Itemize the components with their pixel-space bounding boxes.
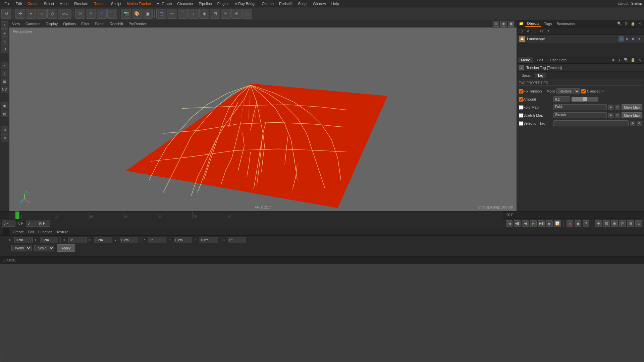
sidebar-tool1-btn[interactable]: ⊕ bbox=[1, 126, 8, 133]
search-icon2[interactable]: 🔍 bbox=[623, 57, 629, 63]
transport-question[interactable]: ? bbox=[583, 220, 589, 227]
amount-slider-track[interactable] bbox=[572, 97, 598, 102]
p-input[interactable] bbox=[148, 237, 166, 243]
cube-obj-btn[interactable]: ◻ bbox=[156, 9, 166, 19]
obj-icon-5[interactable]: ✦ bbox=[545, 28, 551, 34]
sz-input[interactable] bbox=[200, 237, 218, 243]
fold-map-field[interactable]: Folds bbox=[553, 104, 607, 110]
menu-select[interactable]: Select bbox=[42, 1, 57, 6]
rotate-tool-btn[interactable]: ↺ bbox=[1, 9, 11, 19]
region-render-btn[interactable]: ▣ bbox=[143, 9, 153, 19]
xyz-btn[interactable]: XYZ bbox=[58, 9, 71, 19]
transport-step-back[interactable]: ◀▮ bbox=[514, 220, 521, 227]
lock-icon2[interactable]: 🔒 bbox=[630, 57, 636, 63]
sel-tag-icon-btn1[interactable]: ⊕ bbox=[630, 121, 635, 126]
sidebar-rotate-btn[interactable]: ↺ bbox=[1, 46, 8, 53]
viewport-canvas[interactable]: Perspective Z X Y FPS: 22.7 Grid Spacing… bbox=[9, 27, 517, 211]
diamond-btn[interactable]: ◇ bbox=[47, 9, 57, 19]
move-tool-btn[interactable]: ✛ bbox=[15, 9, 25, 19]
amount-input[interactable]: 8.2 bbox=[553, 96, 570, 102]
transport-record2[interactable]: ⏺ bbox=[575, 220, 581, 227]
x-pos-input[interactable] bbox=[14, 237, 33, 243]
transport-to-end[interactable]: ⏭ bbox=[546, 220, 553, 227]
fwd-icon[interactable]: ▲ bbox=[616, 57, 623, 63]
transport-play[interactable]: ▶ bbox=[530, 220, 537, 227]
tag-icon-2[interactable]: ⊕ bbox=[625, 36, 630, 42]
viewport-tab-prorender[interactable]: ProRender bbox=[128, 22, 146, 26]
subtab-tag[interactable]: Tag bbox=[535, 73, 546, 78]
menu-window[interactable]: Window bbox=[311, 1, 328, 6]
transport-record[interactable]: ⏺ bbox=[567, 220, 573, 227]
fold-make-map-btn[interactable]: Make Map bbox=[622, 104, 642, 110]
add-btn[interactable]: + bbox=[26, 9, 36, 19]
menu-mograph[interactable]: MoGraph bbox=[154, 1, 174, 6]
spline-btn[interactable]: ⌒ bbox=[178, 9, 188, 19]
x-axis-btn[interactable]: ✕ bbox=[75, 9, 85, 19]
rp-file-icon[interactable]: 📁 bbox=[518, 21, 524, 27]
landscape-scene-item[interactable]: 🏔 Landscape T ⊕ ⊗ ≡ bbox=[517, 35, 644, 43]
menu-redshift[interactable]: Redshift bbox=[277, 1, 295, 6]
light-btn[interactable]: ☀ bbox=[231, 9, 241, 19]
viewport-ctrl-2[interactable]: ◉ bbox=[500, 21, 506, 27]
obj-icon-1[interactable]: ⬡ bbox=[518, 28, 524, 34]
menu-character[interactable]: Character bbox=[175, 1, 196, 6]
deform-btn[interactable]: ↕ bbox=[189, 9, 199, 19]
menu-sculpt[interactable]: Sculpt bbox=[109, 1, 124, 6]
sel-tag-icon-btn2[interactable]: ↺ bbox=[637, 121, 642, 126]
transport-extra3[interactable]: ◉ bbox=[611, 220, 618, 227]
bottom-create-tab[interactable]: Create bbox=[13, 230, 24, 234]
y-pos-input[interactable] bbox=[94, 237, 112, 243]
menu-simulate[interactable]: Simulate bbox=[71, 1, 91, 6]
amount-checkbox[interactable] bbox=[519, 97, 523, 102]
viewport-tab-cameras[interactable]: Cameras bbox=[25, 22, 41, 26]
transport-extra1[interactable]: ⊕ bbox=[595, 220, 602, 227]
timeline-ruler[interactable]: 0 15 30 45 60 75 90 bbox=[9, 212, 503, 219]
bottom-function-tab[interactable]: Function bbox=[38, 230, 52, 234]
frame-end-input[interactable] bbox=[37, 221, 50, 227]
transport-extra6[interactable]: ≡ bbox=[635, 220, 642, 227]
h-input[interactable] bbox=[68, 237, 87, 243]
viewport-ctrl-1[interactable]: ⊞ bbox=[493, 21, 499, 27]
camera-btn[interactable]: 📷 bbox=[121, 9, 131, 19]
timeline-indicator[interactable] bbox=[15, 212, 19, 219]
menu-edit[interactable]: Edit bbox=[13, 1, 24, 6]
tag-icon-3[interactable]: ⊗ bbox=[631, 36, 636, 42]
viewport-tab-display[interactable]: Display bbox=[46, 22, 58, 26]
mode-dropdown[interactable]: Relative Absolute bbox=[556, 88, 580, 94]
clamped-checkbox[interactable] bbox=[581, 89, 586, 94]
subtab-basic[interactable]: Basic bbox=[519, 73, 533, 78]
menu-plugins[interactable]: Plugins bbox=[215, 1, 232, 6]
sidebar-poly-btn[interactable]: ▦ bbox=[1, 78, 8, 85]
tension-tag-icon[interactable]: T bbox=[619, 36, 624, 42]
stretch-map-icon-btn1[interactable]: ⊕ bbox=[608, 113, 613, 118]
viewport-tab-redshift[interactable]: Redshift bbox=[110, 22, 123, 26]
stretch-map-checkbox[interactable] bbox=[519, 113, 523, 118]
transport-loop[interactable]: 🔁 bbox=[554, 220, 561, 227]
sidebar-points-btn[interactable]: · bbox=[1, 62, 8, 69]
sidebar-edges-btn[interactable]: ∥ bbox=[1, 70, 8, 77]
menu-octane[interactable]: Octane bbox=[260, 1, 276, 6]
menu-pipeline[interactable]: Pipeline bbox=[197, 1, 214, 6]
sidebar-material-btn[interactable]: ◉ bbox=[1, 102, 8, 109]
cube-btn[interactable]: ⬛ bbox=[107, 9, 117, 19]
close-icon[interactable]: ✕ bbox=[637, 21, 643, 27]
stretch-map-field[interactable]: Stretch bbox=[553, 112, 607, 118]
obj-icon-2[interactable]: ✕ bbox=[525, 28, 531, 34]
fold-map-icon-btn2[interactable]: ↺ bbox=[615, 105, 620, 110]
menu-file[interactable]: File bbox=[2, 1, 13, 6]
viewport-tab-options[interactable]: Options bbox=[63, 22, 76, 26]
amount-slider-thumb[interactable] bbox=[583, 97, 587, 101]
sidebar-tool2-btn[interactable]: ⊗ bbox=[1, 134, 8, 141]
obj-icon-4[interactable]: ⊟ bbox=[538, 28, 544, 34]
render-btn[interactable]: 🎨 bbox=[132, 9, 142, 19]
sidebar-move-btn[interactable]: ✛ bbox=[1, 29, 8, 37]
sidebar-uvw-btn[interactable]: UV bbox=[1, 86, 8, 93]
viewport-tab-view[interactable]: View bbox=[12, 22, 20, 26]
objects-tab[interactable]: Objects bbox=[525, 21, 541, 27]
b-input[interactable] bbox=[228, 237, 246, 243]
menu-script[interactable]: Script bbox=[296, 1, 310, 6]
stretch-map-icon-btn2[interactable]: ↺ bbox=[615, 113, 620, 118]
viewport-tab-filter[interactable]: Filter bbox=[81, 22, 89, 26]
z-pos-input[interactable] bbox=[174, 237, 192, 243]
transport-to-start[interactable]: ⏮ bbox=[506, 220, 513, 227]
